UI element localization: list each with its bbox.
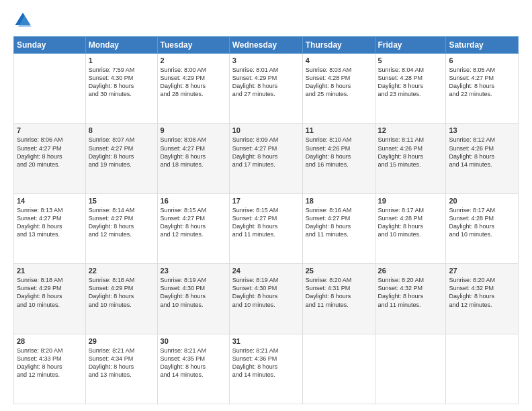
calendar-cell	[375, 334, 446, 404]
day-info: Sunrise: 8:21 AM Sunset: 4:36 PM Dayligh…	[232, 347, 300, 379]
day-info: Sunrise: 8:21 AM Sunset: 4:35 PM Dayligh…	[161, 347, 226, 379]
day-number: 15	[89, 197, 154, 205]
day-number: 28	[17, 337, 83, 345]
calendar-cell: 28Sunrise: 8:20 AM Sunset: 4:33 PM Dayli…	[14, 334, 86, 404]
day-number: 12	[378, 126, 443, 134]
day-number: 9	[161, 126, 226, 134]
calendar-cell: 10Sunrise: 8:09 AM Sunset: 4:27 PM Dayli…	[229, 124, 302, 193]
calendar-cell: 16Sunrise: 8:15 AM Sunset: 4:27 PM Dayli…	[157, 193, 229, 263]
calendar-cell: 31Sunrise: 8:21 AM Sunset: 4:36 PM Dayli…	[229, 334, 302, 404]
calendar-week-row: 7Sunrise: 8:06 AM Sunset: 4:27 PM Daylig…	[14, 124, 519, 193]
day-number: 18	[306, 197, 372, 205]
day-number: 21	[17, 267, 83, 275]
day-info: Sunrise: 8:14 AM Sunset: 4:27 PM Dayligh…	[89, 206, 154, 239]
calendar-cell: 21Sunrise: 8:18 AM Sunset: 4:29 PM Dayli…	[14, 264, 86, 334]
day-number: 2	[161, 56, 226, 64]
day-info: Sunrise: 8:17 AM Sunset: 4:28 PM Dayligh…	[449, 206, 515, 239]
day-number: 31	[232, 337, 300, 345]
calendar-week-row: 28Sunrise: 8:20 AM Sunset: 4:33 PM Dayli…	[14, 334, 519, 404]
header-cell-wednesday: Wednesday	[229, 37, 302, 54]
day-info: Sunrise: 8:20 AM Sunset: 4:33 PM Dayligh…	[17, 347, 83, 379]
day-number: 23	[161, 267, 226, 275]
calendar-cell: 3Sunrise: 8:01 AM Sunset: 4:29 PM Daylig…	[229, 54, 302, 124]
day-info: Sunrise: 8:17 AM Sunset: 4:28 PM Dayligh…	[378, 206, 443, 239]
header-cell-monday: Monday	[85, 37, 157, 54]
calendar-cell: 7Sunrise: 8:06 AM Sunset: 4:27 PM Daylig…	[14, 124, 86, 193]
day-number: 14	[17, 197, 83, 205]
calendar-week-row: 14Sunrise: 8:13 AM Sunset: 4:27 PM Dayli…	[14, 193, 519, 263]
header-cell-sunday: Sunday	[14, 37, 86, 54]
day-number: 3	[232, 56, 300, 64]
header-row: SundayMondayTuesdayWednesdayThursdayFrid…	[14, 37, 519, 54]
day-info: Sunrise: 8:11 AM Sunset: 4:26 PM Dayligh…	[378, 136, 443, 169]
day-number: 22	[89, 267, 154, 275]
calendar-cell: 14Sunrise: 8:13 AM Sunset: 4:27 PM Dayli…	[14, 193, 86, 263]
calendar-cell: 22Sunrise: 8:18 AM Sunset: 4:29 PM Dayli…	[85, 264, 157, 334]
day-info: Sunrise: 8:15 AM Sunset: 4:27 PM Dayligh…	[232, 206, 300, 239]
header-cell-saturday: Saturday	[446, 37, 519, 54]
day-info: Sunrise: 8:07 AM Sunset: 4:27 PM Dayligh…	[89, 136, 154, 169]
logo	[13, 11, 35, 30]
calendar-cell: 19Sunrise: 8:17 AM Sunset: 4:28 PM Dayli…	[375, 193, 446, 263]
day-number: 24	[232, 267, 300, 275]
day-info: Sunrise: 8:06 AM Sunset: 4:27 PM Dayligh…	[17, 136, 83, 169]
day-info: Sunrise: 8:01 AM Sunset: 4:29 PM Dayligh…	[232, 66, 300, 99]
day-number: 17	[232, 197, 300, 205]
calendar-cell: 26Sunrise: 8:20 AM Sunset: 4:32 PM Dayli…	[375, 264, 446, 334]
day-number: 7	[17, 126, 83, 134]
calendar-cell: 30Sunrise: 8:21 AM Sunset: 4:35 PM Dayli…	[157, 334, 229, 404]
header-cell-tuesday: Tuesday	[157, 37, 229, 54]
day-info: Sunrise: 8:18 AM Sunset: 4:29 PM Dayligh…	[17, 276, 83, 309]
calendar-cell: 8Sunrise: 8:07 AM Sunset: 4:27 PM Daylig…	[85, 124, 157, 193]
calendar-cell	[446, 334, 519, 404]
day-number: 30	[161, 337, 226, 345]
calendar-cell: 29Sunrise: 8:21 AM Sunset: 4:34 PM Dayli…	[85, 334, 157, 404]
calendar-cell: 2Sunrise: 8:00 AM Sunset: 4:29 PM Daylig…	[157, 54, 229, 124]
calendar-cell: 15Sunrise: 8:14 AM Sunset: 4:27 PM Dayli…	[85, 193, 157, 263]
day-info: Sunrise: 8:13 AM Sunset: 4:27 PM Dayligh…	[17, 206, 83, 239]
day-info: Sunrise: 8:20 AM Sunset: 4:31 PM Dayligh…	[306, 276, 372, 309]
day-number: 6	[449, 56, 515, 64]
calendar-cell: 17Sunrise: 8:15 AM Sunset: 4:27 PM Dayli…	[229, 193, 302, 263]
calendar-cell: 1Sunrise: 7:59 AM Sunset: 4:30 PM Daylig…	[85, 54, 157, 124]
calendar-cell: 25Sunrise: 8:20 AM Sunset: 4:31 PM Dayli…	[302, 264, 375, 334]
day-number: 25	[306, 267, 372, 275]
day-info: Sunrise: 8:21 AM Sunset: 4:34 PM Dayligh…	[89, 347, 154, 379]
calendar-cell: 24Sunrise: 8:19 AM Sunset: 4:30 PM Dayli…	[229, 264, 302, 334]
calendar-cell: 13Sunrise: 8:12 AM Sunset: 4:26 PM Dayli…	[446, 124, 519, 193]
calendar-cell: 11Sunrise: 8:10 AM Sunset: 4:26 PM Dayli…	[302, 124, 375, 193]
logo-icon	[13, 11, 32, 30]
header-cell-friday: Friday	[375, 37, 446, 54]
day-info: Sunrise: 8:12 AM Sunset: 4:26 PM Dayligh…	[449, 136, 515, 169]
calendar-cell: 9Sunrise: 8:08 AM Sunset: 4:27 PM Daylig…	[157, 124, 229, 193]
calendar-cell: 18Sunrise: 8:16 AM Sunset: 4:27 PM Dayli…	[302, 193, 375, 263]
day-info: Sunrise: 8:19 AM Sunset: 4:30 PM Dayligh…	[161, 276, 226, 309]
day-number: 1	[89, 56, 154, 64]
header-cell-thursday: Thursday	[302, 37, 375, 54]
calendar-cell: 12Sunrise: 8:11 AM Sunset: 4:26 PM Dayli…	[375, 124, 446, 193]
day-number: 20	[449, 197, 515, 205]
calendar-cell	[302, 334, 375, 404]
day-number: 10	[232, 126, 300, 134]
day-info: Sunrise: 8:18 AM Sunset: 4:29 PM Dayligh…	[89, 276, 154, 309]
calendar-cell: 5Sunrise: 8:04 AM Sunset: 4:28 PM Daylig…	[375, 54, 446, 124]
day-number: 11	[306, 126, 372, 134]
day-number: 13	[449, 126, 515, 134]
day-info: Sunrise: 8:15 AM Sunset: 4:27 PM Dayligh…	[161, 206, 226, 239]
day-info: Sunrise: 8:00 AM Sunset: 4:29 PM Dayligh…	[161, 66, 226, 99]
day-info: Sunrise: 8:05 AM Sunset: 4:27 PM Dayligh…	[449, 66, 515, 99]
header	[13, 11, 519, 30]
day-number: 5	[378, 56, 443, 64]
day-number: 4	[306, 56, 372, 64]
calendar-week-row: 21Sunrise: 8:18 AM Sunset: 4:29 PM Dayli…	[14, 264, 519, 334]
calendar-table: SundayMondayTuesdayWednesdayThursdayFrid…	[13, 36, 519, 404]
day-number: 16	[161, 197, 226, 205]
page: SundayMondayTuesdayWednesdayThursdayFrid…	[0, 0, 532, 411]
calendar-week-row: 1Sunrise: 7:59 AM Sunset: 4:30 PM Daylig…	[14, 54, 519, 124]
day-info: Sunrise: 8:20 AM Sunset: 4:32 PM Dayligh…	[449, 276, 515, 309]
day-info: Sunrise: 8:20 AM Sunset: 4:32 PM Dayligh…	[378, 276, 443, 309]
day-number: 8	[89, 126, 154, 134]
day-info: Sunrise: 8:04 AM Sunset: 4:28 PM Dayligh…	[378, 66, 443, 99]
day-info: Sunrise: 8:16 AM Sunset: 4:27 PM Dayligh…	[306, 206, 372, 239]
calendar-header: SundayMondayTuesdayWednesdayThursdayFrid…	[14, 37, 519, 54]
